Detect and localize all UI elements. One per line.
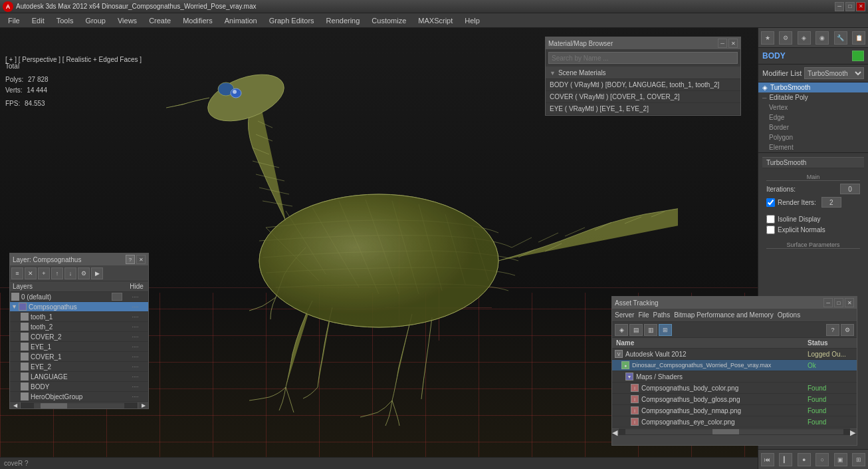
object-color-swatch[interactable] bbox=[852, 51, 864, 61]
at-scroll-left[interactable]: ◀ bbox=[612, 428, 619, 434]
at-row-maps[interactable]: ▼ Maps / Shaders bbox=[612, 371, 857, 383]
lp-btn-move-down[interactable]: ↓ bbox=[64, 267, 76, 279]
isoline-checkbox[interactable] bbox=[766, 215, 775, 224]
at-close[interactable]: ✕ bbox=[845, 298, 854, 307]
mb-material-cover[interactable]: COVER ( VRayMtl ) [COVER_1, COVER_2] bbox=[546, 91, 740, 103]
lp-btn-settings[interactable]: ⚙ bbox=[78, 267, 90, 279]
at-btn-2[interactable]: ▤ bbox=[629, 324, 643, 336]
modifier-polygon[interactable]: Polygon bbox=[758, 132, 868, 142]
lp-scrollbar[interactable]: ◀ ▶ bbox=[10, 402, 148, 408]
at-row-eye-color[interactable]: i Compsognathus_eye_color.png Found bbox=[612, 416, 857, 428]
at-maximize[interactable]: □ bbox=[834, 298, 843, 307]
menu-group[interactable]: Group bbox=[80, 15, 111, 26]
nav-icon-2[interactable]: ▎ bbox=[779, 453, 792, 466]
render-iters-checkbox[interactable] bbox=[766, 198, 775, 207]
at-row-body-nmap[interactable]: i Compsognathus_body_nmap.png Found bbox=[612, 405, 857, 416]
at-scrollbar[interactable]: ◀ ▶ bbox=[612, 428, 857, 434]
lp-btn-layers[interactable]: ≡ bbox=[11, 267, 23, 279]
layer-hero[interactable]: HeroObjectGroup ···· bbox=[10, 392, 148, 402]
menu-graph-editors[interactable]: Graph Editors bbox=[264, 15, 320, 26]
lp-scrollbar-track[interactable] bbox=[34, 403, 124, 408]
lp-btn-add[interactable]: + bbox=[38, 267, 50, 279]
minimize-button[interactable]: ─ bbox=[835, 2, 844, 11]
nav-icon-6[interactable]: ⊞ bbox=[852, 453, 865, 466]
at-btn-settings[interactable]: ⚙ bbox=[841, 324, 854, 336]
at-row-body-gloss[interactable]: i Compsognathus_body_gloss.png Found bbox=[612, 394, 857, 405]
at-menu-file[interactable]: File bbox=[638, 311, 649, 319]
lp-scroll-right[interactable]: ▶ bbox=[138, 402, 148, 408]
mb-material-eye[interactable]: EYE ( VRayMtl ) [EYE_1, EYE_2] bbox=[546, 103, 740, 115]
at-scrollbar-thumb[interactable] bbox=[712, 429, 739, 434]
lp-help[interactable]: ? bbox=[126, 255, 135, 264]
menu-animation[interactable]: Animation bbox=[219, 15, 263, 26]
at-menu-paths[interactable]: Paths bbox=[653, 311, 671, 319]
at-menu-options[interactable]: Options bbox=[778, 311, 800, 319]
menu-rendering[interactable]: Rendering bbox=[321, 15, 366, 26]
at-btn-4[interactable]: ⊞ bbox=[659, 324, 672, 336]
at-btn-3[interactable]: ▥ bbox=[644, 324, 657, 336]
maximize-button[interactable]: □ bbox=[845, 2, 855, 11]
layer-cover2[interactable]: COVER_2 ···· bbox=[10, 332, 148, 342]
at-minimize[interactable]: ─ bbox=[823, 298, 833, 307]
at-scroll-right[interactable]: ▶ bbox=[850, 428, 857, 434]
nav-icon-1[interactable]: ⏮ bbox=[761, 453, 774, 466]
layer-compsognathus[interactable]: ▼ Compsognathus ···· bbox=[10, 302, 148, 312]
menu-customize[interactable]: Customize bbox=[366, 15, 411, 26]
rp-icon-4[interactable]: ◉ bbox=[815, 31, 829, 45]
layer-eye1[interactable]: EYE_1 ···· bbox=[10, 342, 148, 352]
menu-help[interactable]: Help bbox=[459, 15, 485, 26]
lp-scrollbar-thumb[interactable] bbox=[41, 403, 67, 408]
at-row-vault[interactable]: V Autodesk Vault 2012 Logged Ou... bbox=[612, 349, 857, 360]
mb-material-body[interactable]: BODY ( VRayMtl ) [BODY, LANGUAGE, tooth_… bbox=[546, 79, 740, 91]
close-button[interactable]: ✕ bbox=[856, 2, 865, 11]
layer-body[interactable]: BODY ···· bbox=[10, 382, 148, 392]
rp-icon-1[interactable]: ★ bbox=[761, 31, 774, 45]
at-scrollbar-track[interactable] bbox=[625, 429, 843, 434]
at-menu-server[interactable]: Server bbox=[615, 311, 634, 319]
modifier-dropdown[interactable]: TurboSmooth bbox=[804, 67, 864, 79]
lp-scroll-left[interactable]: ◀ bbox=[10, 402, 21, 408]
lp-close[interactable]: ✕ bbox=[136, 255, 146, 264]
at-menu-bitmap[interactable]: Bitmap Performance and Memory bbox=[674, 311, 774, 319]
nav-icon-5[interactable]: ▣ bbox=[834, 453, 847, 466]
lp-btn-delete[interactable]: ✕ bbox=[25, 267, 37, 279]
nav-icon-4[interactable]: ○ bbox=[815, 453, 829, 466]
mb-minimize[interactable]: ─ bbox=[718, 39, 727, 48]
menu-tools[interactable]: Tools bbox=[51, 15, 79, 26]
nav-icon-3[interactable]: ● bbox=[798, 453, 811, 466]
iterations-input[interactable] bbox=[840, 184, 860, 194]
menu-modifiers[interactable]: Modifiers bbox=[177, 15, 218, 26]
rp-icon-2[interactable]: ⚙ bbox=[779, 31, 792, 45]
modifier-editable-poly[interactable]: ─ Editable Poly bbox=[758, 92, 868, 102]
explicit-normals-checkbox[interactable] bbox=[766, 226, 775, 234]
mb-close[interactable]: ✕ bbox=[728, 39, 738, 48]
modifier-border[interactable]: Border bbox=[758, 122, 868, 132]
menu-maxscript[interactable]: MAXScript bbox=[413, 15, 458, 26]
modifier-vertex[interactable]: Vertex bbox=[758, 102, 868, 112]
menu-edit[interactable]: Edit bbox=[27, 15, 50, 26]
layer-tooth2[interactable]: tooth_2 ···· bbox=[10, 322, 148, 332]
rp-icon-3[interactable]: ◈ bbox=[798, 31, 811, 45]
layer-language[interactable]: LANGUAGE ···· bbox=[10, 372, 148, 382]
rp-icon-6[interactable]: 📋 bbox=[852, 31, 865, 45]
render-iters-input[interactable] bbox=[821, 197, 841, 208]
modifier-element[interactable]: Element bbox=[758, 142, 868, 152]
at-row-max-file[interactable]: ● Dinosaur_Compsognathus_Worried_Pose_vr… bbox=[612, 360, 857, 371]
lp-btn-move-up[interactable]: ↑ bbox=[51, 267, 63, 279]
mb-search-input[interactable] bbox=[548, 52, 738, 64]
window-controls[interactable]: ─ □ ✕ bbox=[835, 2, 865, 11]
at-row-body-color[interactable]: i Compsognathus_body_color.png Found bbox=[612, 383, 857, 394]
menu-file[interactable]: File bbox=[3, 15, 25, 26]
layer-eye2[interactable]: EYE_2 ···· bbox=[10, 362, 148, 372]
at-btn-1[interactable]: ◈ bbox=[615, 324, 628, 336]
at-btn-help[interactable]: ? bbox=[826, 324, 839, 336]
rp-icon-5[interactable]: 🔧 bbox=[834, 31, 847, 45]
modifier-turbosmooth[interactable]: ◈ TurboSmooth bbox=[758, 82, 868, 92]
lp-btn-more[interactable]: ▶ bbox=[91, 267, 103, 279]
menu-views[interactable]: Views bbox=[112, 15, 142, 26]
layer-tooth1[interactable]: tooth_1 ···· bbox=[10, 312, 148, 322]
layer-cover1[interactable]: COVER_1 ···· bbox=[10, 352, 148, 362]
layer-default[interactable]: 0 (default) ···· bbox=[10, 292, 148, 302]
menu-create[interactable]: Create bbox=[144, 15, 176, 26]
modifier-edge[interactable]: Edge bbox=[758, 112, 868, 122]
